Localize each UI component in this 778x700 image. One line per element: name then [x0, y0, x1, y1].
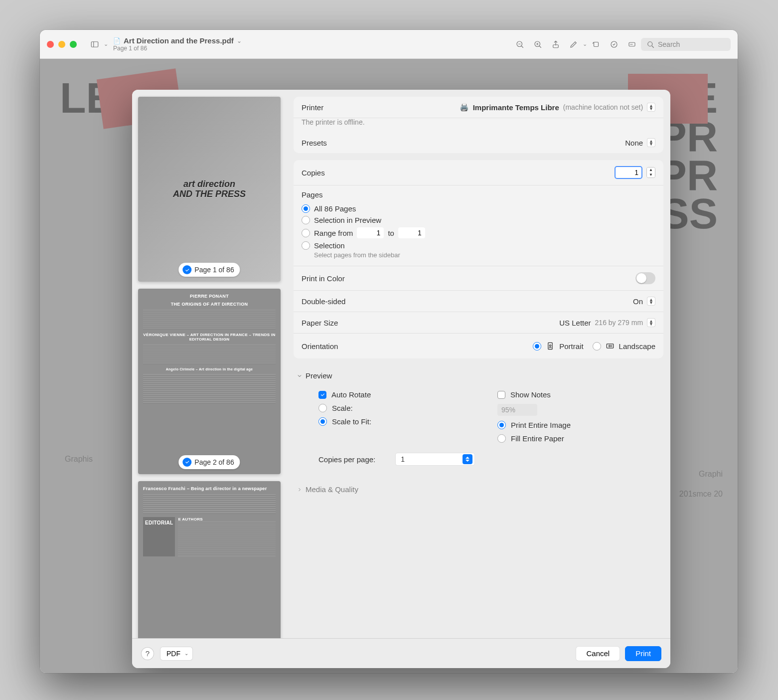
sidebar-toggle-icon[interactable] [88, 37, 102, 51]
printer-row[interactable]: Printer 🖨️ Imprimante Temps Libre (machi… [294, 97, 663, 118]
scale-input [497, 404, 537, 416]
zoom-icon[interactable] [70, 41, 77, 48]
minimize-icon[interactable] [58, 41, 65, 48]
cancel-button[interactable]: Cancel [576, 646, 620, 661]
titlebar: ⌄ 📄 Art Direction and the Press.pdf ⌄ Pa… [40, 30, 738, 59]
auto-rotate-checkbox[interactable]: Auto Rotate [318, 388, 477, 401]
page-thumbnail[interactable]: Francesco Franchi – Being art director i… [138, 481, 281, 638]
show-notes-checkbox[interactable]: Show Notes [497, 388, 656, 401]
chevron-right-icon [297, 487, 303, 493]
pdf-menu-button[interactable]: PDF⌄ [160, 647, 193, 661]
paper-size-row[interactable]: Paper Size US Letter216 by 279 mm▲▼ [294, 312, 663, 334]
highlight-icon[interactable] [607, 37, 621, 51]
chevron-down-icon: ⌄ [184, 651, 188, 656]
dialog-footer: ? PDF⌄ Cancel Print [132, 638, 670, 668]
range-to-input[interactable] [398, 227, 425, 238]
title-block: 📄 Art Direction and the Press.pdf ⌄ Page… [113, 36, 242, 52]
svg-point-17 [550, 345, 551, 347]
help-button[interactable]: ? [141, 647, 154, 660]
fill-entire-paper-radio[interactable]: Fill Entire Paper [497, 432, 656, 445]
printer-icon: 🖨️ [460, 103, 469, 112]
stepper-buttons[interactable]: ▲▼ [646, 167, 655, 178]
svg-point-14 [648, 41, 652, 46]
pages-selection-radio[interactable]: Selection [302, 240, 655, 251]
svg-rect-16 [548, 343, 552, 349]
portrait-icon [545, 341, 555, 351]
page-thumbnail[interactable]: art directionAND THE PRESS Page 1 of 86 [138, 97, 281, 282]
chevron-down-icon[interactable]: ⌄ [104, 41, 108, 47]
presets-row[interactable]: Presets None▲▼ [294, 132, 663, 153]
media-quality-disclosure[interactable]: Media & Quality [294, 479, 663, 500]
copies-row: Copies ▲▼ [294, 160, 663, 185]
range-from-input[interactable] [357, 227, 384, 238]
pages-block: Pages All 86 Pages Selection in Preview … [294, 185, 663, 266]
svg-rect-18 [607, 344, 613, 348]
updown-icon [463, 454, 472, 464]
svg-line-8 [539, 46, 541, 48]
check-icon [182, 458, 191, 467]
scale-to-fit-radio[interactable]: Scale to Fit: [318, 415, 477, 428]
double-sided-row[interactable]: Double-sided On▲▼ [294, 291, 663, 312]
updown-icon[interactable]: ▲▼ [647, 103, 655, 112]
preview-panel: Auto Rotate Scale: Scale to Fit: Show No… [294, 386, 663, 476]
color-toggle[interactable] [635, 272, 655, 284]
check-icon [182, 265, 191, 274]
thumbnail-sidebar[interactable]: art directionAND THE PRESS Page 1 of 86 … [132, 90, 287, 638]
preview-disclosure[interactable]: Preview [294, 365, 663, 386]
svg-point-19 [609, 345, 610, 347]
copies-per-page-select[interactable]: 1 [395, 453, 475, 466]
svg-line-15 [652, 46, 654, 48]
traffic-lights[interactable] [47, 41, 77, 48]
print-color-row: Print in Color [294, 266, 663, 291]
printer-status: The printer is offline. [294, 118, 663, 132]
markup-icon[interactable] [567, 37, 581, 51]
preview-window: ⌄ 📄 Art Direction and the Press.pdf ⌄ Pa… [40, 30, 738, 673]
updown-icon[interactable]: ▲▼ [647, 318, 655, 327]
print-options: Printer 🖨️ Imprimante Temps Libre (machi… [287, 90, 670, 638]
print-button[interactable]: Print [625, 646, 661, 661]
zoom-in-icon[interactable] [531, 37, 545, 51]
updown-icon[interactable]: ▲▼ [647, 138, 655, 147]
print-entire-image-radio[interactable]: Print Entire Image [497, 418, 656, 432]
close-icon[interactable] [47, 41, 54, 48]
landscape-icon [605, 341, 615, 351]
share-icon[interactable] [549, 37, 563, 51]
form-icon[interactable] [625, 37, 639, 51]
orientation-landscape[interactable]: Landscape [593, 340, 655, 352]
pages-range-radio[interactable]: Range from to [302, 226, 655, 240]
page-badge: Page 1 of 86 [178, 263, 240, 277]
zoom-out-icon[interactable] [513, 37, 527, 51]
chevron-down-icon[interactable]: ⌄ [583, 41, 587, 47]
orientation-portrait[interactable]: Portrait [533, 340, 583, 352]
chevron-down-icon [297, 373, 303, 379]
search-icon [646, 40, 655, 49]
page-badge: Page 2 of 86 [178, 455, 240, 469]
orientation-row: Orientation Portrait Landscape [294, 334, 663, 358]
print-dialog: art directionAND THE PRESS Page 1 of 86 … [132, 90, 670, 668]
search-input[interactable]: Search [641, 38, 731, 51]
pages-all-radio[interactable]: All 86 Pages [302, 203, 655, 214]
svg-rect-0 [91, 41, 98, 47]
chevron-down-icon[interactable]: ⌄ [237, 37, 242, 44]
rotate-icon[interactable] [589, 37, 603, 51]
document-title: Art Direction and the Press.pdf [124, 36, 234, 45]
pages-selection-preview-radio[interactable]: Selection in Preview [302, 214, 655, 226]
page-indicator: Page 1 of 86 [113, 45, 242, 52]
copies-input[interactable] [615, 166, 642, 179]
scale-radio[interactable]: Scale: [318, 401, 477, 415]
svg-line-4 [521, 46, 523, 48]
document-icon: 📄 [113, 37, 121, 44]
svg-rect-10 [594, 42, 599, 46]
updown-icon[interactable]: ▲▼ [647, 297, 655, 306]
page-thumbnail[interactable]: PIERRE PONANT THE ORIGINS OF ART DIRECTI… [138, 289, 281, 474]
